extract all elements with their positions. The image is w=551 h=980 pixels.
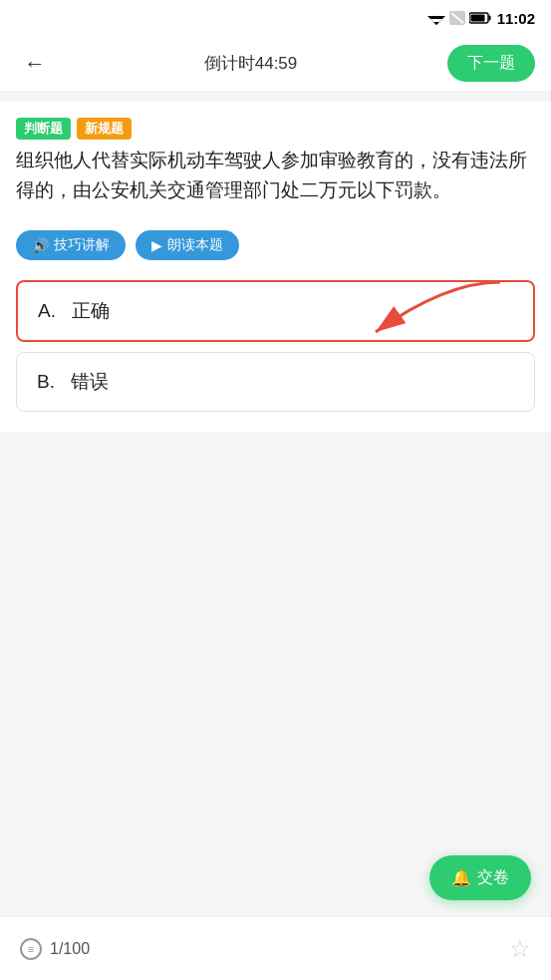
signal-icons: [427, 11, 491, 25]
play-icon: ▶: [151, 237, 162, 253]
tag-judge: 判断题: [16, 118, 71, 140]
svg-rect-6: [488, 16, 490, 21]
battery-icon: [469, 12, 491, 24]
next-question-button[interactable]: 下一题: [447, 45, 535, 82]
main-content: 判断题 新规题 组织他人代替实际机动车驾驶人参加审验教育的，没有违法所得的，由公…: [0, 102, 551, 432]
option-a-label: A.: [38, 300, 56, 322]
option-b-label: B.: [37, 371, 55, 393]
star-button[interactable]: ☆: [509, 935, 531, 963]
bell-icon: 🔔: [451, 868, 471, 887]
bottom-bar: ≡ 1/100 ☆: [0, 916, 551, 980]
submit-label: 交卷: [477, 867, 509, 888]
svg-rect-7: [470, 15, 484, 22]
options-container: A. 正确 B. 错误: [16, 280, 535, 412]
timer-label: 倒计时44:59: [204, 52, 298, 75]
read-question-button[interactable]: ▶ 朗读本题: [136, 230, 239, 260]
question-text: 组织他人代替实际机动车驾驶人参加审验教育的，没有违法所得的，由公安机关交通管理部…: [16, 146, 535, 206]
skill-label: 技巧讲解: [54, 236, 110, 254]
submit-button[interactable]: 🔔 交卷: [429, 855, 531, 900]
no-signal-icon: [449, 11, 465, 25]
progress-info: ≡ 1/100: [20, 938, 90, 960]
progress-text: 1/100: [50, 940, 90, 958]
action-buttons: 🔊 技巧讲解 ▶ 朗读本题: [16, 230, 535, 260]
back-button[interactable]: ←: [16, 47, 54, 81]
svg-marker-2: [433, 22, 439, 25]
wifi-icon: [427, 11, 445, 25]
status-bar: 11:02: [0, 0, 551, 36]
status-time: 11:02: [497, 10, 535, 27]
option-a[interactable]: A. 正确: [16, 280, 535, 342]
speaker-icon: 🔊: [32, 237, 49, 253]
toolbar: ← 倒计时44:59 下一题: [0, 36, 551, 92]
skill-explain-button[interactable]: 🔊 技巧讲解: [16, 230, 126, 260]
read-label: 朗读本题: [167, 236, 223, 254]
progress-icon: ≡: [20, 938, 42, 960]
option-a-text: 正确: [72, 298, 110, 324]
option-b-text: 错误: [71, 369, 109, 395]
question-tags: 判断题 新规题 组织他人代替实际机动车驾驶人参加审验教育的，没有违法所得的，由公…: [16, 118, 535, 220]
tag-new: 新规题: [77, 118, 132, 140]
option-b[interactable]: B. 错误: [16, 352, 535, 412]
menu-icon: ≡: [28, 943, 34, 955]
